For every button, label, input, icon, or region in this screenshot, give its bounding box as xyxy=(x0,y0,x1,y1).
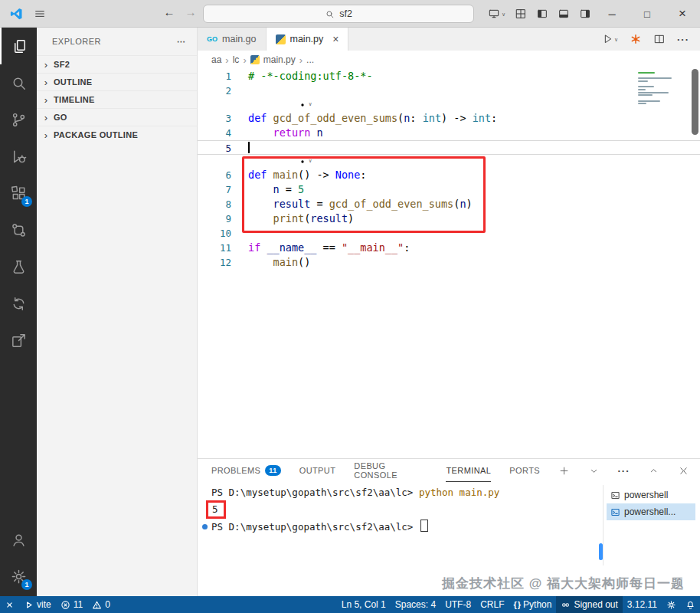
tab-main.py[interactable]: main.py× xyxy=(267,28,349,51)
panel-tab-problems[interactable]: PROBLEMS11 xyxy=(211,459,281,482)
line-number: 2 xyxy=(198,84,248,98)
code-line-10[interactable]: 10 xyxy=(198,226,700,241)
breadcrumb-item[interactable]: lc xyxy=(233,54,240,65)
status-language-mode[interactable]: { }Python xyxy=(509,596,556,613)
breadcrumb-item[interactable]: main.py xyxy=(263,54,296,65)
new-terminal[interactable] xyxy=(558,465,570,477)
chevron-right-icon: › xyxy=(243,54,246,66)
status-status-misc[interactable] xyxy=(662,596,681,613)
code-line-2[interactable]: 2 xyxy=(198,84,700,98)
split-editor[interactable] xyxy=(653,33,666,45)
explorer-sidebar: EXPLORER ⋯ ›SF2›OUTLINE›TIMELINE›GO›PACK… xyxy=(37,28,198,596)
menu-icon[interactable] xyxy=(34,8,46,20)
panel-tab-ports[interactable]: PORTS xyxy=(509,459,540,482)
toggle-primary-sidebar[interactable] xyxy=(536,8,548,20)
code-line-3[interactable]: 3def gcd_of_odd_even_sums(n: int) -> int… xyxy=(198,111,700,126)
activity-testing[interactable] xyxy=(0,248,37,285)
profile-menu[interactable]: ∨ xyxy=(488,8,505,20)
more-panel-actions[interactable]: ··· xyxy=(618,465,630,477)
status-remote-window[interactable] xyxy=(0,596,19,613)
nav-forward-icon[interactable]: → xyxy=(182,5,199,18)
code-line-12[interactable]: 12 main() xyxy=(198,255,700,270)
activity-bar: 1 1 xyxy=(0,28,37,596)
copilot-icon xyxy=(561,600,571,610)
explorer-section-package-outline[interactable]: ›PACKAGE OUTLINE xyxy=(37,126,197,143)
activity-accounts[interactable] xyxy=(0,521,37,558)
activity-settings[interactable]: 1 xyxy=(0,558,37,595)
panel-tab-terminal[interactable]: TERMINAL xyxy=(446,459,491,482)
panel-tab-debug-console[interactable]: DEBUG CONSOLE xyxy=(354,459,427,482)
status-task-vite[interactable]: vite xyxy=(19,596,56,613)
extension-action[interactable] xyxy=(630,33,642,45)
title-bar: ← → sf2 ∨ ─ □ × xyxy=(0,0,700,28)
line-number: 7 xyxy=(198,182,248,197)
minimize-button[interactable]: ─ xyxy=(594,0,630,28)
code-line-9[interactable]: 9 print(result) xyxy=(198,211,700,226)
chevron-right-icon: › xyxy=(40,112,52,123)
status-problems-warnings[interactable]: 0 xyxy=(87,596,115,613)
activity-run-debug[interactable] xyxy=(0,138,37,175)
terminal-instance-powershell[interactable]: powershell... xyxy=(607,503,695,520)
activity-search[interactable] xyxy=(0,64,37,101)
tab-label: main.py xyxy=(290,34,324,44)
activity-source-control[interactable] xyxy=(0,101,37,138)
panel-tab-output[interactable]: OUTPUT xyxy=(299,459,336,482)
breadcrumb-item[interactable]: aa xyxy=(211,54,221,65)
status-eol[interactable]: CRLF xyxy=(476,596,509,613)
status-copilot-status[interactable]: Signed out xyxy=(556,596,622,613)
more-actions[interactable]: ··· xyxy=(677,33,689,45)
breadcrumb-item[interactable]: ... xyxy=(306,54,314,65)
codelens-row: ∨ xyxy=(198,155,700,168)
status-python-version[interactable]: 3.12.11 xyxy=(623,596,662,613)
maximize-panel[interactable] xyxy=(648,465,659,477)
status-cursor-position[interactable]: Ln 5, Col 1 xyxy=(337,596,391,613)
status-encoding[interactable]: UTF-8 xyxy=(440,596,476,613)
activity-extension-sync[interactable] xyxy=(0,285,37,322)
code-line-11[interactable]: 11if __name__ == "__main__": xyxy=(198,241,700,255)
tab-main.go[interactable]: GOmain.go xyxy=(198,28,267,51)
explorer-section-outline[interactable]: ›OUTLINE xyxy=(37,73,197,90)
split-icon xyxy=(653,33,666,45)
status-problems-errors[interactable]: 11 xyxy=(56,596,87,613)
explorer-section-sf2[interactable]: ›SF2 xyxy=(37,55,197,73)
terminal-profile-dropdown[interactable] xyxy=(588,465,600,477)
code-line-7[interactable]: 7 n = 5 xyxy=(198,182,700,197)
terminal-instance-powershell[interactable]: powershell xyxy=(607,487,695,503)
code-line-4[interactable]: 4 return n xyxy=(198,126,700,140)
explorer-section-timeline[interactable]: ›TIMELINE xyxy=(37,90,197,108)
terminal-scrollbar-thumb[interactable] xyxy=(599,543,603,560)
toggle-panel[interactable] xyxy=(558,8,570,20)
maximize-button[interactable]: □ xyxy=(630,0,665,28)
code-editor[interactable]: 1# -*-coding:utf-8-*-2∨3def gcd_of_odd_e… xyxy=(198,69,700,458)
copilot-lens-icon[interactable]: ∨ xyxy=(299,98,312,111)
nav-back-icon[interactable]: ← xyxy=(161,5,178,18)
activity-remote-explorer[interactable] xyxy=(0,211,37,248)
code-line-6[interactable]: 6def main() -> None: xyxy=(198,168,700,182)
code-line-8[interactable]: 8 result = gcd_of_odd_even_sums(n) xyxy=(198,197,700,211)
copilot-lens-icon[interactable]: ∨ xyxy=(299,155,312,168)
customize-layout[interactable] xyxy=(515,8,527,20)
close-panel[interactable] xyxy=(678,465,689,477)
explorer-section-go[interactable]: ›GO xyxy=(37,108,197,126)
activity-extension-export[interactable] xyxy=(0,322,37,359)
code-line-5[interactable]: 5 xyxy=(198,140,700,155)
close-tab-icon[interactable]: × xyxy=(332,33,339,45)
code-line-1[interactable]: 1# -*-coding:utf-8-*- xyxy=(198,69,700,84)
status-indentation[interactable]: Spaces: 4 xyxy=(391,596,440,613)
line-number: 1 xyxy=(198,69,248,84)
toggle-secondary-sidebar[interactable] xyxy=(579,8,591,20)
files-icon xyxy=(11,38,28,55)
activity-extensions[interactable]: 1 xyxy=(0,175,37,211)
search-box[interactable]: sf2 xyxy=(203,5,474,23)
line-number: 4 xyxy=(198,126,248,140)
line-number: 12 xyxy=(198,255,248,270)
status-notifications[interactable] xyxy=(681,596,700,613)
grid-icon xyxy=(515,8,527,20)
activity-explorer[interactable] xyxy=(0,28,37,64)
run-python-file[interactable]: ∨ xyxy=(601,33,618,45)
editor-scrollbar[interactable] xyxy=(692,69,698,135)
close-button[interactable]: × xyxy=(665,0,700,28)
layout-right-icon xyxy=(579,8,591,20)
explorer-more-actions-icon[interactable]: ⋯ xyxy=(177,37,186,47)
minimap[interactable] xyxy=(638,70,678,106)
